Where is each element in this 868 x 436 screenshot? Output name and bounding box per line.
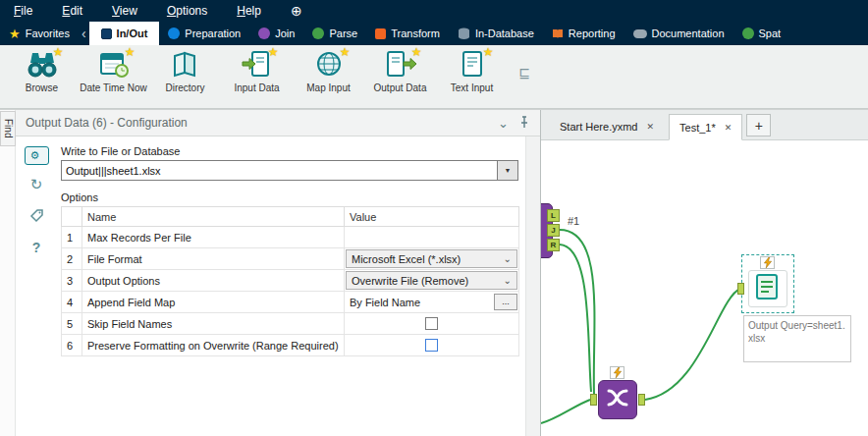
tool-date-time-now[interactable]: ★ Date Time Now [78,50,149,94]
tab-in-database[interactable]: In-Database [449,22,543,45]
union-tool[interactable] [598,380,637,419]
chevron-down-icon: ⌄ [504,276,512,286]
config-content: Write to File or Database ▼ Options Name… [57,136,525,436]
workflow-canvas[interactable]: L J R #1 Output Query=sheet1.xlsx [541,140,868,436]
append-field-map-ellipsis-button[interactable]: ... [494,294,517,310]
globe-icon[interactable]: ⊕ [291,4,302,18]
menu-help[interactable]: Help [237,4,261,18]
join-output-anchor-l[interactable]: L [547,209,560,222]
favorites-star-icon: ★ [9,27,21,41]
options-table: Name Value 1 Max Records Per File [61,206,519,356]
lightning-badge-icon [610,366,624,379]
spatial-icon [742,27,754,39]
palette-dock-icon[interactable]: ⊑ [518,65,530,81]
tool-directory[interactable]: Directory [149,50,221,94]
tab-transform[interactable]: Transform [366,22,449,45]
annotation-tag-icon[interactable] [25,203,49,228]
pin-icon[interactable] [518,116,530,131]
preparation-label: Preparation [185,27,241,39]
skip-field-names-checkbox[interactable] [425,317,438,330]
tool-label: Text Input [451,82,493,94]
output-path-row: ▼ [61,160,518,181]
output-tool-input-anchor[interactable] [737,283,744,295]
value-column-header: Value [345,207,519,227]
close-icon[interactable]: ✕ [725,123,732,133]
option-name: Preserve Formatting on Overwrite (Range … [82,335,345,356]
configuration-panel: Output Data (6) - Configuration ⌄ ⚙ ↻ ? … [16,110,541,436]
favorite-star-icon: ★ [340,45,351,59]
tool-palette: ★ Browse ★ Date Time Now Directory ★ Inp… [0,45,868,109]
config-scrollbar[interactable] [525,136,540,436]
tool-label: Browse [26,82,58,94]
option-name: Skip Field Names [82,313,345,335]
table-row: 4 Append Field Map By Field Name ... [62,292,519,313]
join-output-anchor-r[interactable]: R [547,239,560,251]
file-format-select[interactable]: Microsoft Excel (*.xlsx) ⌄ [346,249,517,268]
output-path-input[interactable] [61,160,498,181]
union-input-anchor[interactable] [590,394,597,406]
row-number-header [62,207,82,227]
options-table-header-row: Name Value [62,207,519,227]
configuration-header: Output Data (6) - Configuration ⌄ [16,110,540,136]
menu-edit[interactable]: Edit [62,4,82,18]
workspace: Find Output Data (6) - Configuration ⌄ ⚙… [0,109,868,436]
row-number: 1 [62,227,82,248]
tab-in-out[interactable]: In/Out [89,22,160,45]
output-data-tool[interactable] [748,270,787,307]
append-field-map-cell: By Field Name ... [346,293,517,311]
connection-annotation: #1 [568,215,579,227]
tab-spatial[interactable]: Spat [733,22,790,45]
path-dropdown-button[interactable]: ▼ [498,160,518,181]
collapse-chevron-icon[interactable]: ⌄ [498,117,509,130]
tab-favorites[interactable]: ★ Favorites [0,22,79,45]
tool-category-ribbon: ★ Favorites ‹ In/Out Preparation Join Pa… [0,22,868,45]
help-question-icon[interactable]: ? [25,235,49,259]
menu-view[interactable]: View [112,4,137,18]
tool-label: Directory [165,82,204,94]
join-label: Join [275,27,295,39]
row-number: 5 [62,313,82,335]
close-icon[interactable]: ✕ [646,122,654,132]
table-row: 6 Preserve Formatting on Overwrite (Rang… [62,335,519,356]
find-side-tab[interactable]: Find [0,111,16,146]
tool-output-data[interactable]: ★ Output Data [364,50,436,94]
file-format-value: Microsoft Excel (*.xlsx) [352,253,461,265]
table-row: 2 File Format Microsoft Excel (*.xlsx) ⌄ [62,248,519,270]
tool-input-data[interactable]: ★ Input Data [221,50,293,94]
max-records-input[interactable] [346,228,517,246]
favorite-star-icon: ★ [53,45,64,59]
output-options-select[interactable]: Overwrite File (Remove) ⌄ [346,271,517,290]
tab-reporting[interactable]: Reporting [543,22,624,45]
tool-text-input[interactable]: ★ Text Input [436,50,508,94]
scroll-left-chevron-icon[interactable]: ‹ [79,22,89,45]
menu-options[interactable]: Options [167,4,207,18]
preserve-formatting-checkbox[interactable] [425,339,438,352]
workflow-tab-label: Test_1* [679,122,716,134]
union-output-anchor[interactable] [638,394,645,406]
menu-file[interactable]: File [14,4,32,18]
tool-browse[interactable]: ★ Browse [6,50,78,94]
favorites-label: Favorites [26,27,70,39]
tab-join[interactable]: Join [249,22,303,45]
configuration-title: Output Data (6) - Configuration [26,116,488,130]
favorite-star-icon: ★ [125,45,136,59]
workflow-tab-test1[interactable]: Test_1* ✕ [669,114,742,140]
tool-map-input[interactable]: ★ Map Input [293,50,364,94]
append-field-map-value: By Field Name [350,297,420,308]
join-output-anchor-j[interactable]: J [547,224,560,237]
tab-preparation[interactable]: Preparation [159,22,249,45]
workflow-tab-start-here[interactable]: Start Here.yxmd ✕ [549,113,665,139]
tab-parse[interactable]: Parse [303,22,366,45]
documentation-label: Documentation [652,27,725,39]
row-number: 2 [62,248,82,270]
new-workflow-button[interactable]: + [746,114,771,136]
parse-icon [312,27,324,39]
tool-label: Input Data [234,82,279,94]
tab-documentation[interactable]: Documentation [624,22,733,45]
menu-bar: File Edit View Options Help ⊕ [0,0,868,22]
navigation-icon[interactable]: ↻ [25,172,49,196]
alteryx-designer-window: File Edit View Options Help ⊕ ★ Favorite… [0,0,868,436]
row-number: 3 [62,270,82,292]
workflow-tab-label: Start Here.yxmd [560,121,637,133]
settings-gear-icon[interactable]: ⚙ [25,146,49,165]
